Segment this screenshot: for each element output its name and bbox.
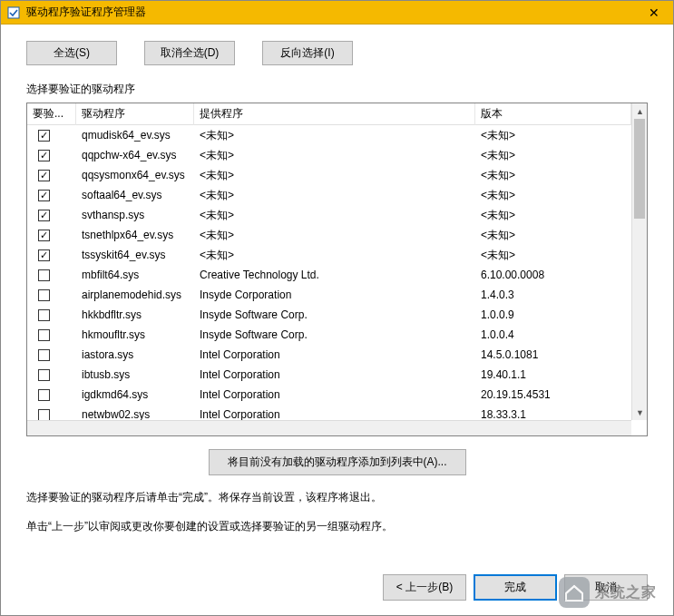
cell-driver: netwbw02.sys — [76, 406, 194, 420]
cell-provider: <未知> — [194, 146, 475, 165]
cell-driver: hkmoufltr.sys — [76, 327, 194, 343]
cancel-button[interactable]: 取消 — [564, 574, 648, 601]
finish-button[interactable]: 完成 — [474, 574, 557, 601]
invert-selection-button[interactable]: 反向选择(I) — [262, 41, 353, 65]
back-button[interactable]: < 上一步(B) — [383, 574, 466, 601]
cell-checkbox — [27, 148, 76, 163]
cell-checkbox — [27, 228, 76, 243]
cell-provider: Intel Corporation — [194, 347, 475, 363]
row-checkbox[interactable] — [38, 210, 50, 221]
cell-provider: Intel Corporation — [194, 406, 475, 420]
cell-provider: <未知> — [194, 186, 475, 205]
scroll-down-arrow-icon[interactable]: ▼ — [632, 405, 648, 420]
table-row[interactable]: igdkmd64.sysIntel Corporation20.19.15.45… — [27, 385, 631, 405]
cell-version: 18.33.3.1 — [475, 406, 631, 420]
cell-version: 19.40.1.1 — [475, 367, 631, 383]
cell-checkbox — [27, 188, 76, 203]
add-unloaded-drivers-button[interactable]: 将目前没有加载的驱动程序添加到列表中(A)... — [209, 449, 466, 475]
cell-checkbox — [27, 128, 76, 143]
table-row[interactable]: netwbw02.sysIntel Corporation18.33.3.1 — [27, 405, 631, 420]
table-row[interactable]: tssyskit64_ev.sys<未知><未知> — [27, 245, 631, 265]
row-checkbox[interactable] — [38, 130, 50, 142]
app-icon — [6, 5, 21, 20]
cell-version: 14.5.0.1081 — [475, 347, 631, 363]
cell-driver: svthansp.sys — [76, 207, 194, 223]
cell-provider: <未知> — [194, 246, 475, 265]
table-row[interactable]: qqpchw-x64_ev.sys<未知><未知> — [27, 145, 631, 165]
row-checkbox[interactable] — [38, 369, 50, 381]
cell-version: 1.0.0.4 — [475, 327, 631, 343]
table-row[interactable]: airplanemodehid.sysInsyde Corporation1.4… — [27, 285, 631, 305]
horizontal-scrollbar[interactable] — [27, 420, 631, 435]
row-checkbox[interactable] — [38, 269, 50, 281]
help-line-2: 单击“上一步”以审阅或更改你要创建的设置或选择要验证的另一组驱动程序。 — [26, 517, 648, 537]
cell-checkbox — [27, 168, 76, 183]
row-checkbox[interactable] — [38, 170, 50, 181]
cell-provider: Intel Corporation — [194, 367, 475, 383]
column-header-provider[interactable]: 提供程序 — [194, 103, 475, 125]
cell-version: 1.4.0.3 — [475, 287, 631, 303]
close-button[interactable]: ✕ — [635, 1, 673, 24]
table-row[interactable]: mbfilt64.sysCreative Technology Ltd.6.10… — [27, 265, 631, 285]
help-text: 选择要验证的驱动程序后请单击“完成”。将保存当前设置，该程序将退出。 单击“上一… — [26, 488, 648, 536]
row-checkbox[interactable] — [38, 190, 50, 201]
cell-version: <未知> — [475, 146, 631, 165]
cell-provider: Intel Corporation — [194, 386, 475, 403]
cell-driver: iastora.sys — [76, 347, 194, 363]
row-checkbox[interactable] — [38, 409, 50, 421]
cell-checkbox — [27, 208, 76, 223]
cell-provider: Creative Technology Ltd. — [194, 267, 475, 283]
cell-version: <未知> — [475, 226, 631, 245]
table-row[interactable]: qmudisk64_ev.sys<未知><未知> — [27, 125, 631, 145]
cell-driver: qqpchw-x64_ev.sys — [76, 147, 194, 163]
cell-version: 1.0.0.9 — [475, 307, 631, 323]
table-row[interactable]: hkkbdfltr.sysInsyde Software Corp.1.0.0.… — [27, 305, 631, 325]
cell-provider: Insyde Software Corp. — [194, 307, 475, 323]
table-row[interactable]: ibtusb.sysIntel Corporation19.40.1.1 — [27, 365, 631, 385]
cell-checkbox — [27, 407, 76, 421]
cell-version: <未知> — [475, 186, 631, 205]
cell-provider: <未知> — [194, 166, 475, 185]
vertical-scrollbar[interactable]: ▲ ▼ — [631, 103, 647, 420]
cell-driver: qmudisk64_ev.sys — [76, 127, 194, 143]
table-row[interactable]: svthansp.sys<未知><未知> — [27, 205, 631, 225]
row-checkbox[interactable] — [38, 289, 50, 301]
column-header-version[interactable]: 版本 — [475, 103, 631, 125]
cell-version: <未知> — [475, 206, 631, 225]
cell-version: 6.10.00.0008 — [475, 267, 631, 283]
row-checkbox[interactable] — [38, 389, 50, 401]
row-checkbox[interactable] — [38, 349, 50, 361]
cell-checkbox — [27, 328, 76, 343]
table-header: 要验... 驱动程序 提供程序 版本 — [27, 103, 631, 125]
table-body: qmudisk64_ev.sys<未知><未知>qqpchw-x64_ev.sy… — [27, 125, 631, 420]
cell-driver: softaal64_ev.sys — [76, 187, 194, 203]
table-row[interactable]: tsnethlpx64_ev.sys<未知><未知> — [27, 225, 631, 245]
wizard-button-row: < 上一步(B) 完成 取消 — [383, 574, 648, 601]
row-checkbox[interactable] — [38, 249, 50, 261]
column-header-verify[interactable]: 要验... — [27, 103, 76, 125]
row-checkbox[interactable] — [38, 329, 50, 341]
cell-driver: hkkbdfltr.sys — [76, 307, 194, 323]
cell-provider: <未知> — [194, 206, 475, 225]
cell-checkbox — [27, 347, 76, 363]
table-row[interactable]: hkmoufltr.sysInsyde Software Corp.1.0.0.… — [27, 325, 631, 345]
table-row[interactable]: qqsysmonx64_ev.sys<未知><未知> — [27, 165, 631, 185]
table-row[interactable]: softaal64_ev.sys<未知><未知> — [27, 185, 631, 205]
add-unloaded-row: 将目前没有加载的驱动程序添加到列表中(A)... — [26, 449, 648, 475]
cell-driver: ibtusb.sys — [76, 367, 194, 383]
group-label: 选择要验证的驱动程序 — [26, 82, 648, 97]
help-line-1: 选择要验证的驱动程序后请单击“完成”。将保存当前设置，该程序将退出。 — [26, 488, 648, 508]
scroll-up-arrow-icon[interactable]: ▲ — [632, 103, 648, 119]
cell-provider: <未知> — [194, 126, 475, 145]
select-all-button[interactable]: 全选(S) — [26, 41, 117, 65]
cell-provider: Insyde Software Corp. — [194, 327, 475, 343]
column-header-driver[interactable]: 驱动程序 — [76, 103, 194, 125]
scroll-thumb[interactable] — [634, 119, 645, 219]
row-checkbox[interactable] — [38, 230, 50, 241]
row-checkbox[interactable] — [38, 150, 50, 161]
deselect-all-button[interactable]: 取消全选(D) — [144, 41, 235, 65]
cell-checkbox — [27, 367, 76, 383]
window-title: 驱动程序验证程序管理器 — [26, 5, 635, 20]
table-row[interactable]: iastora.sysIntel Corporation14.5.0.1081 — [27, 345, 631, 365]
row-checkbox[interactable] — [38, 309, 50, 321]
